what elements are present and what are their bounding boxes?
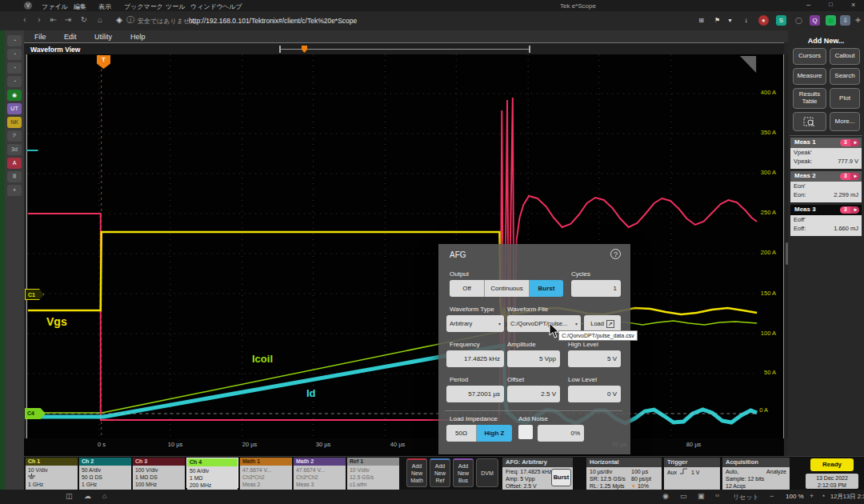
minimize-icon[interactable]: – — [806, 1, 810, 9]
math2-badge[interactable]: Math 2 47.6674 V...Ch3*Ch2Meas 3 — [294, 458, 346, 488]
cycles-field[interactable]: 1 — [571, 280, 621, 297]
reload-icon[interactable]: ↻ — [78, 15, 90, 25]
noise-percent-field[interactable]: 0% — [538, 425, 584, 442]
menu-view[interactable]: 表示 — [98, 2, 111, 11]
menu-help[interactable]: ヘルプ — [222, 2, 242, 11]
ut-tab-icon[interactable]: UT — [7, 103, 22, 114]
scope-menu-edit[interactable]: Edit — [64, 33, 77, 41]
ch1-badge[interactable]: Ch 1 10 V/div 1 GHz — [26, 458, 78, 488]
status-home-icon[interactable]: ⌂ — [102, 492, 106, 500]
tab-waveform-view[interactable]: Waveform View — [30, 46, 80, 54]
acquisition-panel[interactable]: Acquisition Auto,Analyze Sample: 12 bits… — [722, 458, 790, 488]
math1-badge[interactable]: Math 1 47.6674 V...Ch3*Ch2Meas 2 — [240, 458, 292, 488]
meas3-badge[interactable]: Meas 3 3▸ Eoff' Eoff:1.660 mJ — [790, 205, 862, 236]
search-button[interactable]: Search — [830, 68, 860, 85]
ghost-extension-icon[interactable]: ◯ — [794, 15, 804, 26]
offset-field[interactable]: 2.5 V — [507, 386, 560, 402]
puzzle-extension-icon[interactable]: ✚ — [853, 15, 863, 26]
measure-button[interactable]: Measure — [793, 68, 826, 85]
trigger-panel[interactable]: Trigger Aux 1 V — [664, 458, 720, 488]
record-extension-icon[interactable]: ● — [758, 15, 769, 26]
tab-icon-1[interactable]: ◔ — [7, 35, 22, 46]
add-new-math-button[interactable]: Add New Math — [406, 458, 427, 487]
ch4-badge-selected[interactable]: Ch 4 50 A/div1 MΩ200 MHz — [186, 458, 238, 488]
menu-tools[interactable]: ツール — [166, 2, 185, 11]
capture-icon[interactable]: ◉ — [662, 492, 669, 500]
waveform-file-dropdown[interactable]: C:/QorvoDPT/pulse...▾ — [507, 315, 581, 332]
threed-tab-icon[interactable]: 3d — [7, 144, 22, 155]
panel-toggle-icon[interactable]: ◫ — [66, 492, 73, 500]
url-text[interactable]: http://192.168.0.101/Tektronix#/client/c… — [189, 17, 357, 25]
horizontal-panel[interactable]: Horizontal 10 µs/div100 µs SR: 12.5 GS/s… — [586, 458, 662, 488]
a-tab-icon[interactable]: A — [7, 158, 22, 169]
scope-menu-file[interactable]: File — [34, 33, 46, 41]
maximize-icon[interactable]: □ — [829, 1, 833, 8]
low-level-field[interactable]: 0 V — [568, 386, 621, 402]
waveform-type-dropdown[interactable]: Arbitrary▾ — [446, 315, 504, 332]
impedance-50ohm-button[interactable]: 50Ω — [446, 425, 477, 442]
impedance-highz-button[interactable]: High Z — [477, 425, 512, 442]
afg-dialog[interactable]: AFG ? Output Off Continuous Burst Cycles… — [438, 244, 630, 454]
zoom-out-icon[interactable]: − — [770, 492, 774, 500]
download-icon[interactable]: ↓ — [741, 15, 751, 26]
menu-edit[interactable]: 編集 — [74, 2, 86, 11]
help-icon[interactable]: ? — [610, 249, 621, 259]
forward-icon[interactable]: › — [34, 15, 45, 25]
more-button[interactable]: More... — [830, 112, 860, 131]
s-extension-icon[interactable]: S — [776, 15, 786, 26]
home-icon[interactable]: ⌂ — [94, 15, 106, 25]
menu-file[interactable]: ファイル — [42, 2, 68, 11]
sync-cloud-icon[interactable]: ☁ — [84, 492, 91, 500]
add-new-ref-button[interactable]: Add New Ref — [430, 458, 450, 487]
apps-grid-icon[interactable]: ⠿ — [7, 171, 22, 182]
browser-logo-icon[interactable]: V — [24, 2, 32, 10]
afg-status-panel[interactable]: AFG: Arbitrary Freq: 17.4825 kHzAmp: 5 V… — [502, 458, 573, 488]
cursors-button[interactable]: Cursors — [793, 48, 826, 65]
meas2-badge[interactable]: Meas 2 3▸ Eon' Eon:2.299 mJ — [790, 171, 862, 202]
q-extension-icon[interactable]: Q — [810, 15, 820, 26]
output-burst-button[interactable]: Burst — [530, 280, 563, 297]
output-off-button[interactable]: Off — [450, 280, 485, 297]
add-new-bus-button[interactable]: Add New Bus — [453, 458, 474, 487]
zoom-reset-label[interactable]: リセット — [733, 493, 759, 502]
bookmark-icon[interactable]: ⚑ — [712, 15, 722, 26]
new-tab-icon[interactable]: + — [7, 185, 22, 196]
zoom-in-icon[interactable]: + — [810, 492, 814, 500]
results-table-button[interactable]: Results Table — [793, 88, 826, 109]
meas3-count-pill[interactable]: 3▸ — [840, 206, 859, 214]
amplitude-field[interactable]: 5 Vpp — [507, 350, 560, 367]
rewind-icon[interactable]: ⇤ — [48, 15, 59, 25]
horizontal-overview-bar[interactable] — [279, 46, 530, 53]
tab-icon-2[interactable]: ◔ — [7, 49, 22, 60]
zoom-box-button[interactable] — [793, 112, 826, 131]
close-icon[interactable]: × — [851, 1, 855, 9]
images-toggle-icon[interactable]: ▣ — [698, 492, 705, 500]
dvm-button[interactable]: DVM — [476, 458, 498, 487]
frequency-field[interactable]: 17.4825 kHz — [446, 350, 504, 367]
grid-extension-icon[interactable]: ▦ — [826, 15, 836, 26]
callout-button[interactable]: Callout — [830, 48, 860, 65]
ch2-badge[interactable]: Ch 2 50 A/div50 Ω DS1 GHz — [79, 458, 131, 488]
meas1-count-pill[interactable]: 3▸ — [840, 139, 859, 146]
menu-bookmarks[interactable]: ブックマーク — [124, 2, 163, 11]
scope-menu-utility[interactable]: Utility — [94, 33, 112, 41]
plot-button[interactable]: Plot — [830, 88, 860, 109]
tab-icon-3[interactable]: ◔ — [7, 62, 22, 74]
high-level-field[interactable]: 5 V — [568, 350, 621, 367]
zoom-level[interactable]: 100 % — [786, 493, 804, 500]
meas1-badge[interactable]: Meas 1 3▸ Vpeak' Vpeak:777.9 V — [790, 138, 862, 169]
ref1-badge[interactable]: Ref 1 10 V/div12.5 GS/sc1.wfm — [347, 458, 399, 488]
tiling-icon[interactable]: ▭ — [680, 492, 687, 500]
fastforward-icon[interactable]: ⇥ — [62, 15, 74, 25]
shield-icon[interactable]: ◈ — [114, 15, 125, 25]
tab-icon-4[interactable]: ◔ — [7, 76, 22, 87]
active-scope-tab-icon[interactable]: ◉ — [7, 90, 22, 101]
load-button[interactable]: Load↗ — [584, 315, 621, 332]
back-icon[interactable]: ‹ — [19, 15, 30, 25]
overview-trigger-marker[interactable] — [302, 46, 307, 53]
ch3-badge[interactable]: Ch 3 100 V/div1 MΩ DS100 MHz — [133, 458, 185, 488]
qr-tab-icon[interactable]: ⠟ — [7, 130, 22, 142]
afg-burst-button[interactable]: Burst — [551, 469, 571, 486]
info-icon[interactable]: ⓘ — [125, 15, 136, 25]
meas2-count-pill[interactable]: 3▸ — [840, 173, 859, 180]
